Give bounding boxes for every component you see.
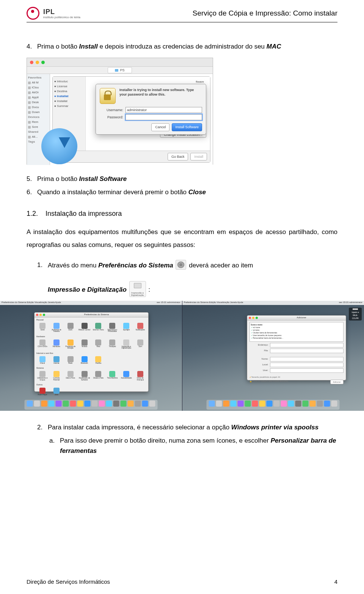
sidebar-item[interactable]: AirDr: [28, 90, 49, 95]
pref-item[interactable]: Disco de Arranque: [134, 371, 147, 381]
dock-app-icon[interactable]: [48, 401, 54, 407]
dock-app-icon[interactable]: [317, 401, 323, 407]
sidebar-item[interactable]: Rem: [28, 120, 49, 124]
minimize-icon[interactable]: [252, 317, 254, 319]
pref-item[interactable]: Spotlight: [120, 323, 133, 333]
dock-app-icon[interactable]: [267, 401, 273, 407]
pref-item[interactable]: Data e Hora: [64, 371, 77, 381]
dock-app-icon[interactable]: [34, 401, 40, 407]
pref-item[interactable]: Bluetooth: [78, 356, 91, 365]
minimize-icon[interactable]: [39, 314, 42, 316]
sidebar-item[interactable]: iClou: [28, 85, 49, 90]
dock-app-icon[interactable]: [231, 401, 237, 407]
pref-item[interactable]: Impressão e Digitalização: [120, 339, 133, 349]
finder-tab[interactable]: PS: [108, 67, 132, 73]
pref-item[interactable]: Notificações: [134, 323, 147, 333]
add-button[interactable]: Adicionar: [330, 380, 344, 384]
dock-app-icon[interactable]: [70, 401, 76, 407]
pref-item[interactable]: Rato: [92, 339, 105, 349]
dock-app-icon[interactable]: [77, 401, 83, 407]
sidebar-item[interactable]: Docu: [28, 105, 49, 110]
dock-app-icon[interactable]: [238, 401, 244, 407]
queue-field[interactable]: [270, 349, 344, 353]
zoom-icon[interactable]: [43, 314, 45, 316]
dock-app-icon[interactable]: [252, 401, 258, 407]
dock-app-icon[interactable]: [324, 401, 330, 407]
pref-item[interactable]: Som: [134, 339, 147, 349]
pref-item[interactable]: Monitores: [50, 339, 63, 349]
dock-app-icon[interactable]: [135, 401, 141, 407]
use-field[interactable]: [270, 368, 344, 373]
dock-app-icon[interactable]: [120, 401, 126, 407]
zoom-icon[interactable]: [41, 61, 45, 64]
sidebar-item[interactable]: All M: [28, 80, 49, 85]
pref-item[interactable]: Internet: [50, 356, 63, 365]
close-icon[interactable]: [36, 314, 38, 316]
pref-item[interactable]: Idioma e Texto: [92, 323, 105, 333]
pref-item[interactable]: Java: [50, 388, 63, 396]
dock-app-icon[interactable]: [288, 401, 294, 407]
location-field[interactable]: [270, 363, 344, 367]
pref-item[interactable]: Geral: [36, 323, 49, 333]
go-back-button[interactable]: Go Back: [168, 153, 188, 160]
dock-app-icon[interactable]: [216, 401, 222, 407]
dock-app-icon[interactable]: [55, 401, 61, 407]
dock-app-icon[interactable]: [274, 401, 280, 407]
pref-item[interactable]: Controlo Parental: [50, 371, 63, 381]
dock-app-icon[interactable]: [295, 401, 301, 407]
pref-item[interactable]: Acessibilidade: [120, 371, 133, 381]
dock-app-icon[interactable]: [91, 401, 97, 407]
zoom-icon[interactable]: [256, 317, 258, 319]
pref-item[interactable]: Mission Control: [78, 323, 91, 333]
pref-item[interactable]: Poupança de Energia: [64, 339, 77, 349]
username-field[interactable]: administrator: [126, 107, 202, 113]
pref-item[interactable]: Rede: [64, 356, 77, 365]
dock-app-icon[interactable]: [27, 401, 33, 407]
pref-item[interactable]: Partilha: [92, 356, 105, 365]
dock-app-icon[interactable]: [113, 401, 119, 407]
minimize-icon[interactable]: [36, 61, 39, 64]
dock-app-icon[interactable]: [281, 401, 287, 407]
pref-item[interactable]: Teclado: [78, 339, 91, 349]
sidebar-item[interactable]: Appli: [28, 95, 49, 100]
toolbar-context-menu[interactable]: Ícone e texto só ícone só texto Ocultar …: [249, 322, 344, 342]
dock-app-icon[interactable]: [106, 401, 112, 407]
pref-item[interactable]: Segurança e Privacidade: [106, 323, 119, 333]
pref-item[interactable]: Trackpad: [106, 339, 119, 349]
dock-app-icon[interactable]: [63, 401, 69, 407]
password-field[interactable]: [126, 114, 202, 120]
pref-item[interactable]: CDs e DVDs: [36, 339, 49, 349]
dock[interactable]: [207, 400, 340, 410]
install-button[interactable]: Install: [190, 153, 207, 160]
install-software-button[interactable]: Install Software: [172, 123, 202, 131]
close-icon[interactable]: [249, 317, 251, 319]
dock-app-icon[interactable]: [259, 401, 265, 407]
pref-item[interactable]: Time Machine: [106, 371, 119, 381]
sidebar-item[interactable]: Desk: [28, 100, 49, 105]
dock-app-icon[interactable]: [209, 401, 215, 407]
pref-item[interactable]: Atualização de Software: [78, 371, 91, 381]
close-icon[interactable]: [30, 61, 33, 64]
dock-app-icon[interactable]: [331, 401, 337, 407]
pref-item[interactable]: Dock: [64, 323, 77, 333]
dock[interactable]: [24, 400, 157, 410]
name-field[interactable]: [270, 357, 344, 361]
pref-item[interactable]: Flash Player: [36, 388, 49, 396]
pref-item[interactable]: Utilizadores e Grupos: [36, 371, 49, 381]
dock-app-icon[interactable]: [127, 401, 133, 407]
sidebar-item[interactable]: Scre: [28, 125, 49, 129]
cancel-button[interactable]: Cancel: [151, 123, 169, 131]
dock-app-icon[interactable]: [303, 401, 309, 407]
dock-app-icon[interactable]: [99, 401, 105, 407]
pref-item[interactable]: Ditado e Fala: [92, 371, 105, 381]
dock-app-icon[interactable]: [142, 401, 148, 407]
sidebar-item[interactable]: Down: [28, 110, 49, 115]
dock-app-icon[interactable]: [310, 401, 316, 407]
dock-app-icon[interactable]: [149, 401, 155, 407]
pref-item[interactable]: Ambiente de Trabalho: [50, 323, 63, 333]
pref-item[interactable]: iCloud: [36, 356, 49, 365]
dock-app-icon[interactable]: [84, 401, 90, 407]
dock-app-icon[interactable]: [223, 401, 229, 407]
address-field[interactable]: [270, 343, 344, 347]
dock-app-icon[interactable]: [41, 401, 47, 407]
